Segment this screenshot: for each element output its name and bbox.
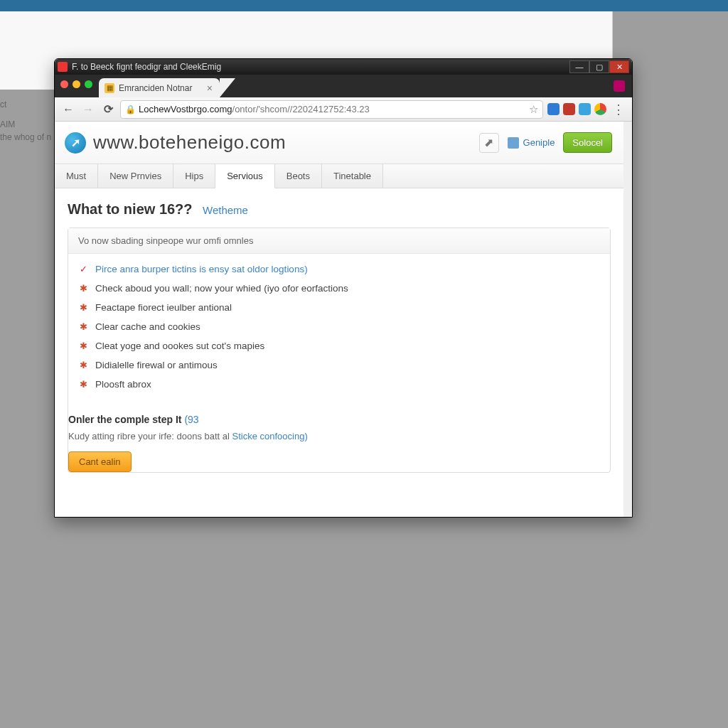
step-text: Pirce anra burper tictins is ensy sat ol… [95,264,308,274]
bookmark-star-icon[interactable]: ☆ [529,103,538,116]
reload-button[interactable]: ⟳ [100,102,116,117]
step-item: ✱Clear cache and cookies [78,317,600,336]
back-button[interactable]: ← [60,102,76,117]
bullet-icon: ✱ [78,321,88,332]
step-item: ✱Check aboud you wall; now your whied (i… [78,279,600,298]
site-title: www.boteheneigo.com [93,132,286,154]
step-item: ✱Cleat yoge and oookes sut cot's mapies [78,336,600,355]
nav-tab[interactable]: New Prnvies [98,164,173,188]
extension-icon[interactable] [579,103,591,115]
address-bar[interactable]: 🔒 LochewVostbrgo.comg /ontor/'shcom//220… [120,100,543,119]
step-text: Clear cache and cookies [95,321,200,332]
footer-help: Kudy atting ribre your irfe: doons batt … [68,431,600,441]
window-titlebar[interactable]: F. to Beeck fignt feodigr and CleekEmig … [55,59,632,75]
traffic-minimize-icon[interactable] [73,80,80,88]
browser-tabstrip: ▦ Emranciden Notnar × [55,75,632,97]
window-minimize-button[interactable]: — [569,60,589,73]
tab-favicon-icon: ▦ [105,83,114,93]
profile-link[interactable]: Geniple [508,137,555,149]
panel-header: Vo now sbading sinpeope wur omfi omnles [68,228,610,254]
step-text: Cleat yoge and oookes sut cot's mapies [95,341,264,351]
lock-icon: 🔒 [125,105,136,114]
step-text: Feactape fiorect ieulber antional [95,302,232,313]
page-heading-sub[interactable]: Wetheme [203,204,248,216]
tabstrip-extension-icon[interactable] [614,80,625,92]
panel-body: ✓Pirce anra burper tictins is ensy sat o… [68,254,610,405]
step-item: ✱Didialelle firewal or antimous [78,355,600,375]
extension-icons [547,103,606,115]
steps-panel: Vo now sbading sinpeope wur omfi omnles … [68,228,611,473]
step-text: Ploosft abrox [95,379,151,390]
site-nav-tabs: MustNew PrnviesHipsServiousBeotsTinetabl… [55,164,623,188]
compose-icon[interactable]: ⬈ [479,133,499,153]
tab-wedge [220,78,235,97]
tab-close-icon[interactable]: × [207,82,213,94]
profile-name: Geniple [523,137,555,148]
panel-footer: Onler the comple step It (93 Kudy atting… [68,405,610,472]
bullet-icon: ✱ [78,302,88,313]
extension-icon[interactable] [563,103,575,115]
window-favicon-icon [58,62,68,72]
browser-tab[interactable]: ▦ Emranciden Notnar × [99,78,220,97]
continue-button[interactable]: Cant ealin [68,451,132,472]
footer-summary: Onler the comple step It (93 [68,414,600,425]
traffic-lights [60,80,92,88]
background-text-fragment: the whog of n [0,132,51,142]
window-maximize-button[interactable]: ▢ [589,60,609,73]
site-logo-icon[interactable]: ➚ [65,132,86,154]
nav-tab[interactable]: Tinetable [322,164,383,188]
nav-tab[interactable]: Servious [215,164,275,188]
step-text: Check aboud you wall; now your whied (iy… [95,283,348,294]
background-text-fragment: ct [0,100,6,109]
footer-summary-text: Onler the comple step It [68,414,184,425]
footer-summary-count: (93 [184,414,198,425]
primary-cta-button[interactable]: Solocel [563,132,612,153]
browser-window: F. to Beeck fignt feodigr and CleekEmig … [54,58,633,518]
page-viewport: ➚ www.boteheneigo.com ⬈ Geniple Solocel … [55,122,632,517]
tab-label: Emranciden Notnar [119,83,192,93]
bullet-icon: ✱ [78,379,88,390]
bullet-icon: ✱ [78,283,88,294]
page-content: What to niew 16?? Wetheme Vo now sbading… [55,188,623,488]
avatar-icon [508,137,519,149]
forward-button[interactable]: → [80,102,96,117]
step-link[interactable]: logtions) [272,264,308,274]
scrollbar-thumb[interactable] [626,127,631,269]
nav-tab[interactable]: Beots [275,164,322,188]
step-item: ✱Feactape fiorect ieulber antional [78,298,600,317]
traffic-close-icon[interactable] [60,80,68,88]
window-title: F. to Beeck fignt feodigr and CleekEmig [72,62,221,72]
nav-tab[interactable]: Hips [173,164,215,188]
background-text-fragment: AIM [0,119,15,129]
bullet-icon: ✱ [78,360,88,370]
page-heading: What to niew 16?? [68,201,193,218]
url-host: LochewVostbrgo.comg [139,104,232,114]
chrome-icon[interactable] [594,103,606,115]
footer-help-link[interactable]: Sticke confoocing) [232,431,308,441]
traffic-zoom-icon[interactable] [85,80,92,88]
extension-icon[interactable] [547,103,560,115]
background-top-strip [0,0,728,11]
check-icon: ✓ [78,264,88,274]
window-close-button[interactable]: ✕ [609,60,629,73]
step-item: ✱Ploosft abrox [78,375,600,394]
step-text: Didialelle firewal or antimous [95,360,218,370]
url-path: /ontor/'shcom//2202412752:43.23 [232,104,370,114]
step-item: ✓Pirce anra burper tictins is ensy sat o… [78,259,600,279]
bullet-icon: ✱ [78,341,88,351]
browser-menu-button[interactable]: ⋮ [611,102,626,117]
browser-toolbar: ← → ⟳ 🔒 LochewVostbrgo.comg /ontor/'shco… [55,97,632,122]
footer-help-text: Kudy atting ribre your irfe: doons batt … [68,431,232,441]
nav-tab[interactable]: Must [55,164,98,188]
site-header: ➚ www.boteheneigo.com ⬈ Geniple Solocel [55,122,623,164]
